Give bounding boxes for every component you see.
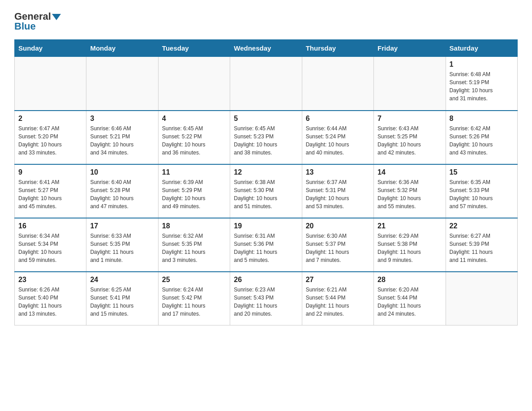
- calendar-cell: 9Sunrise: 6:41 AM Sunset: 5:27 PM Daylig…: [15, 164, 86, 218]
- day-number: 3: [90, 115, 154, 123]
- day-number: 26: [234, 276, 298, 284]
- day-number: 24: [90, 276, 154, 284]
- calendar-cell: 16Sunrise: 6:34 AM Sunset: 5:34 PM Dayli…: [15, 218, 86, 272]
- calendar-cell: 1Sunrise: 6:48 AM Sunset: 5:19 PM Daylig…: [446, 57, 517, 111]
- calendar-cell: [230, 57, 302, 111]
- day-number: 25: [162, 276, 226, 284]
- day-info: Sunrise: 6:25 AM Sunset: 5:41 PM Dayligh…: [90, 286, 154, 318]
- day-info: Sunrise: 6:30 AM Sunset: 5:37 PM Dayligh…: [306, 232, 370, 264]
- calendar-cell: [374, 57, 446, 111]
- calendar-cell: 8Sunrise: 6:42 AM Sunset: 5:26 PM Daylig…: [446, 111, 517, 164]
- logo-blue: Blue: [14, 21, 36, 32]
- logo: General Blue: [14, 11, 61, 32]
- calendar-cell: 18Sunrise: 6:32 AM Sunset: 5:35 PM Dayli…: [158, 218, 230, 272]
- calendar-cell: 12Sunrise: 6:38 AM Sunset: 5:30 PM Dayli…: [230, 164, 302, 218]
- calendar-cell: 20Sunrise: 6:30 AM Sunset: 5:37 PM Dayli…: [302, 218, 373, 272]
- weekday-header-tuesday: Tuesday: [158, 40, 230, 57]
- day-number: 18: [162, 222, 226, 230]
- day-number: 14: [378, 168, 442, 176]
- calendar-cell: 5Sunrise: 6:45 AM Sunset: 5:23 PM Daylig…: [230, 111, 302, 164]
- calendar-cell: [302, 57, 373, 111]
- calendar-week-row: 23Sunrise: 6:26 AM Sunset: 5:40 PM Dayli…: [15, 272, 518, 325]
- day-info: Sunrise: 6:44 AM Sunset: 5:24 PM Dayligh…: [306, 124, 370, 157]
- calendar-cell: 14Sunrise: 6:36 AM Sunset: 5:32 PM Dayli…: [374, 164, 446, 218]
- calendar-cell: 25Sunrise: 6:24 AM Sunset: 5:42 PM Dayli…: [158, 272, 230, 325]
- calendar-cell: 28Sunrise: 6:20 AM Sunset: 5:44 PM Dayli…: [374, 272, 446, 325]
- day-number: 27: [306, 276, 370, 284]
- day-number: 5: [234, 115, 298, 123]
- day-info: Sunrise: 6:20 AM Sunset: 5:44 PM Dayligh…: [378, 286, 442, 318]
- day-info: Sunrise: 6:48 AM Sunset: 5:19 PM Dayligh…: [450, 70, 514, 103]
- day-number: 7: [378, 115, 442, 123]
- day-info: Sunrise: 6:21 AM Sunset: 5:44 PM Dayligh…: [306, 286, 370, 318]
- day-number: 16: [18, 222, 82, 230]
- calendar-cell: 13Sunrise: 6:37 AM Sunset: 5:31 PM Dayli…: [302, 164, 373, 218]
- calendar-cell: 2Sunrise: 6:47 AM Sunset: 5:20 PM Daylig…: [15, 111, 86, 164]
- calendar-cell: 27Sunrise: 6:21 AM Sunset: 5:44 PM Dayli…: [302, 272, 373, 325]
- day-info: Sunrise: 6:23 AM Sunset: 5:43 PM Dayligh…: [234, 286, 298, 318]
- calendar-cell: [15, 57, 86, 111]
- calendar-cell: 6Sunrise: 6:44 AM Sunset: 5:24 PM Daylig…: [302, 111, 373, 164]
- calendar-cell: 11Sunrise: 6:39 AM Sunset: 5:29 PM Dayli…: [158, 164, 230, 218]
- day-number: 10: [90, 168, 154, 176]
- weekday-header-monday: Monday: [86, 40, 158, 57]
- calendar-cell: 21Sunrise: 6:29 AM Sunset: 5:38 PM Dayli…: [374, 218, 446, 272]
- day-info: Sunrise: 6:27 AM Sunset: 5:39 PM Dayligh…: [450, 232, 514, 264]
- calendar-cell: 15Sunrise: 6:35 AM Sunset: 5:33 PM Dayli…: [446, 164, 517, 218]
- day-info: Sunrise: 6:29 AM Sunset: 5:38 PM Dayligh…: [378, 232, 442, 264]
- calendar-cell: [86, 57, 158, 111]
- calendar-cell: 3Sunrise: 6:46 AM Sunset: 5:21 PM Daylig…: [86, 111, 158, 164]
- calendar-cell: 7Sunrise: 6:43 AM Sunset: 5:25 PM Daylig…: [374, 111, 446, 164]
- weekday-header-wednesday: Wednesday: [230, 40, 302, 57]
- day-info: Sunrise: 6:45 AM Sunset: 5:22 PM Dayligh…: [162, 124, 226, 157]
- calendar-cell: 23Sunrise: 6:26 AM Sunset: 5:40 PM Dayli…: [15, 272, 86, 325]
- day-number: 20: [306, 222, 370, 230]
- day-number: 9: [18, 168, 82, 176]
- day-number: 1: [450, 60, 514, 68]
- weekday-header-row: SundayMondayTuesdayWednesdayThursdayFrid…: [15, 40, 518, 57]
- weekday-header-sunday: Sunday: [15, 40, 86, 57]
- day-info: Sunrise: 6:41 AM Sunset: 5:27 PM Dayligh…: [18, 178, 82, 210]
- calendar-cell: 17Sunrise: 6:33 AM Sunset: 5:35 PM Dayli…: [86, 218, 158, 272]
- day-number: 12: [234, 168, 298, 176]
- day-number: 17: [90, 222, 154, 230]
- day-info: Sunrise: 6:37 AM Sunset: 5:31 PM Dayligh…: [306, 178, 370, 210]
- calendar-cell: [158, 57, 230, 111]
- calendar-table: SundayMondayTuesdayWednesdayThursdayFrid…: [14, 39, 518, 325]
- calendar-week-row: 1Sunrise: 6:48 AM Sunset: 5:19 PM Daylig…: [15, 57, 518, 111]
- calendar-cell: 19Sunrise: 6:31 AM Sunset: 5:36 PM Dayli…: [230, 218, 302, 272]
- day-number: 8: [450, 115, 514, 123]
- day-info: Sunrise: 6:31 AM Sunset: 5:36 PM Dayligh…: [234, 232, 298, 264]
- calendar-cell: [446, 272, 517, 325]
- calendar-cell: 24Sunrise: 6:25 AM Sunset: 5:41 PM Dayli…: [86, 272, 158, 325]
- day-number: 21: [378, 222, 442, 230]
- day-info: Sunrise: 6:35 AM Sunset: 5:33 PM Dayligh…: [450, 178, 514, 210]
- weekday-header-friday: Friday: [374, 40, 446, 57]
- calendar-cell: 26Sunrise: 6:23 AM Sunset: 5:43 PM Dayli…: [230, 272, 302, 325]
- day-number: 13: [306, 168, 370, 176]
- day-number: 2: [18, 115, 82, 123]
- weekday-header-thursday: Thursday: [302, 40, 373, 57]
- day-info: Sunrise: 6:46 AM Sunset: 5:21 PM Dayligh…: [90, 124, 154, 157]
- day-info: Sunrise: 6:24 AM Sunset: 5:42 PM Dayligh…: [162, 286, 226, 318]
- calendar-cell: 22Sunrise: 6:27 AM Sunset: 5:39 PM Dayli…: [446, 218, 517, 272]
- day-number: 22: [450, 222, 514, 230]
- weekday-header-saturday: Saturday: [446, 40, 517, 57]
- day-number: 11: [162, 168, 226, 176]
- calendar-week-row: 16Sunrise: 6:34 AM Sunset: 5:34 PM Dayli…: [15, 218, 518, 272]
- day-number: 28: [378, 276, 442, 284]
- day-info: Sunrise: 6:26 AM Sunset: 5:40 PM Dayligh…: [18, 286, 82, 318]
- day-info: Sunrise: 6:34 AM Sunset: 5:34 PM Dayligh…: [18, 232, 82, 264]
- day-info: Sunrise: 6:38 AM Sunset: 5:30 PM Dayligh…: [234, 178, 298, 210]
- calendar-cell: 10Sunrise: 6:40 AM Sunset: 5:28 PM Dayli…: [86, 164, 158, 218]
- day-info: Sunrise: 6:40 AM Sunset: 5:28 PM Dayligh…: [90, 178, 154, 210]
- day-info: Sunrise: 6:32 AM Sunset: 5:35 PM Dayligh…: [162, 232, 226, 264]
- calendar-week-row: 2Sunrise: 6:47 AM Sunset: 5:20 PM Daylig…: [15, 111, 518, 164]
- day-info: Sunrise: 6:39 AM Sunset: 5:29 PM Dayligh…: [162, 178, 226, 210]
- calendar-week-row: 9Sunrise: 6:41 AM Sunset: 5:27 PM Daylig…: [15, 164, 518, 218]
- page-header: General Blue: [14, 11, 518, 32]
- day-number: 23: [18, 276, 82, 284]
- day-number: 19: [234, 222, 298, 230]
- day-info: Sunrise: 6:43 AM Sunset: 5:25 PM Dayligh…: [378, 124, 442, 157]
- day-info: Sunrise: 6:33 AM Sunset: 5:35 PM Dayligh…: [90, 232, 154, 264]
